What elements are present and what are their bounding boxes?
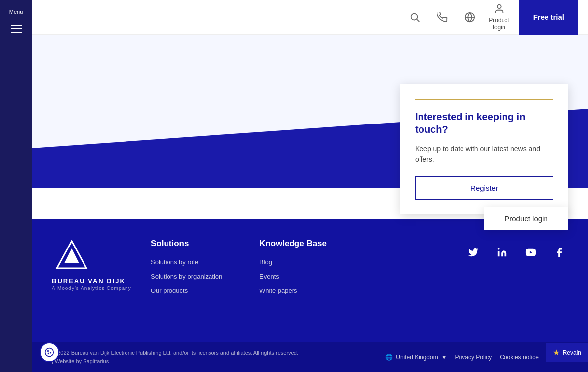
country-label: United Kingdom — [396, 354, 438, 361]
cookies-notice-link[interactable]: Cookies notice — [500, 354, 539, 361]
footer-social-col — [368, 239, 568, 332]
footer-bottom: © 2022 Bureau van Dijk Electronic Publis… — [32, 342, 588, 372]
revain-badge[interactable]: ★ Revain — [546, 343, 588, 362]
search-icon[interactable] — [406, 8, 423, 26]
menu-label: Menu — [9, 9, 23, 15]
footer-links-right: 🌐 United Kingdom ▼ Privacy Policy Cookie… — [385, 354, 568, 361]
our-products-link[interactable]: Our products — [151, 287, 259, 294]
social-icons — [464, 244, 568, 261]
white-papers-link[interactable]: White papers — [259, 287, 368, 294]
svg-point-11 — [50, 352, 51, 353]
privacy-policy-link[interactable]: Privacy Policy — [455, 354, 492, 361]
free-trial-button[interactable]: Free trial — [519, 0, 578, 35]
sidebar: Menu — [0, 0, 32, 372]
hamburger-bar-1 — [11, 25, 22, 26]
footer-logo-col: BUREAU VAN DIJK A Moody's Analytics Comp… — [52, 239, 151, 332]
main-content: BUREAU VAN DIJK A Moody's Analytics Comp… — [32, 0, 588, 372]
footer-copyright: © 2022 Bureau van Dijk Electronic Publis… — [52, 349, 299, 365]
events-link[interactable]: Events — [259, 273, 368, 280]
facebook-icon[interactable] — [550, 244, 568, 261]
bvd-sub-name: A Moody's Analytics Company — [52, 286, 131, 291]
globe-icon[interactable] — [461, 8, 479, 26]
svg-line-1 — [417, 19, 419, 22]
header-right: Product login Free trial — [406, 0, 578, 35]
product-login-label2: login — [493, 24, 505, 31]
solutions-by-role-link[interactable]: Solutions by role — [151, 258, 259, 266]
solutions-title: Solutions — [151, 239, 259, 248]
blog-link[interactable]: Blog — [259, 258, 368, 266]
popup-divider — [415, 99, 553, 100]
bvd-logo-icon — [52, 239, 91, 273]
country-selector[interactable]: 🌐 United Kingdom ▼ — [385, 354, 447, 361]
hamburger-bar-2 — [11, 28, 22, 29]
footer: BUREAU VAN DIJK A Moody's Analytics Comp… — [32, 219, 588, 372]
hamburger-bar-3 — [11, 32, 22, 33]
svg-point-7 — [498, 248, 500, 250]
svg-point-10 — [48, 351, 49, 352]
cookie-button[interactable] — [40, 342, 59, 362]
country-chevron: ▼ — [441, 354, 447, 361]
header: Product login Free trial — [0, 0, 588, 35]
svg-point-0 — [411, 13, 418, 20]
svg-point-9 — [45, 348, 54, 357]
revain-star: ★ — [553, 348, 560, 357]
solutions-by-org-link[interactable]: Solutions by organization — [151, 273, 259, 280]
revain-label: Revain — [563, 349, 581, 356]
footer-kb-col: Knowledge Base Blog Events White papers — [259, 239, 368, 332]
globe-footer-icon: 🌐 — [385, 354, 393, 361]
product-login-label1: Product — [489, 17, 509, 24]
bvd-brand-name: BUREAU VAN DIJK — [52, 277, 126, 285]
kb-title: Knowledge Base — [259, 239, 368, 248]
footer-logo: BUREAU VAN DIJK A Moody's Analytics Comp… — [52, 239, 151, 291]
product-login-card-label: Product login — [504, 214, 548, 223]
popup-title: Interested in keeping in touch? — [415, 110, 553, 136]
youtube-icon[interactable] — [522, 244, 540, 261]
popup-body: Keep up to date with our latest news and… — [415, 144, 553, 165]
register-button[interactable]: Register — [415, 176, 553, 200]
hamburger-menu[interactable] — [7, 21, 26, 37]
footer-solutions-col: Solutions Solutions by role Solutions by… — [151, 239, 259, 332]
svg-point-4 — [497, 4, 501, 8]
phone-icon[interactable] — [433, 8, 451, 26]
svg-point-12 — [48, 353, 49, 354]
twitter-icon[interactable] — [464, 244, 482, 261]
linkedin-icon[interactable] — [493, 244, 511, 261]
user-icon — [494, 3, 504, 17]
product-login-card[interactable]: Product login — [484, 207, 568, 230]
footer-top: BUREAU VAN DIJK A Moody's Analytics Comp… — [32, 219, 588, 342]
product-login-header[interactable]: Product login — [489, 3, 509, 31]
popup-card: Interested in keeping in touch? Keep up … — [400, 84, 568, 214]
